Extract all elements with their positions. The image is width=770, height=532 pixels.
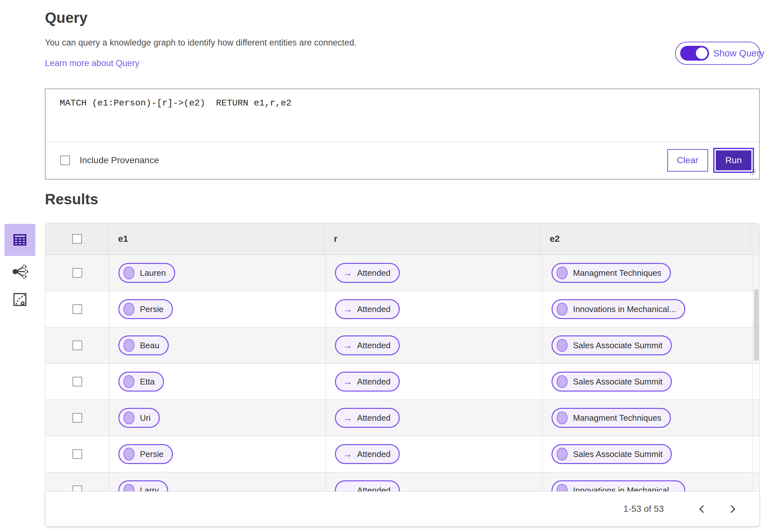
relation-label: Attended bbox=[357, 304, 391, 314]
relation-pill[interactable]: → Attended bbox=[335, 408, 400, 428]
arrow-right-icon: → bbox=[343, 305, 352, 314]
entity-node-icon bbox=[123, 484, 134, 491]
show-query-toggle[interactable]: Show Query bbox=[675, 42, 760, 65]
entity-label: Managment Techniques bbox=[573, 413, 662, 423]
column-header-r[interactable]: r bbox=[325, 223, 541, 255]
arrow-right-icon: → bbox=[343, 268, 352, 278]
chevron-left-icon bbox=[699, 505, 707, 513]
results-table: e1 r e2 Lauren → Attended Managment Tech… bbox=[45, 223, 760, 527]
entity-pill-e2[interactable]: Sales Associate Summit bbox=[552, 444, 672, 464]
row-checkbox[interactable] bbox=[72, 341, 82, 350]
entity-label: Persie bbox=[140, 449, 164, 459]
entity-label: Sales Associate Summit bbox=[573, 449, 663, 459]
arrow-right-icon: → bbox=[343, 450, 352, 459]
relation-pill[interactable]: → Attended bbox=[335, 444, 400, 464]
row-checkbox[interactable] bbox=[72, 268, 82, 278]
entity-pill-e2[interactable]: Sales Associate Summit bbox=[552, 372, 672, 392]
row-checkbox[interactable] bbox=[72, 449, 82, 459]
query-input[interactable]: MATCH (e1:Person)-[r]->(e2) RETURN e1,r,… bbox=[46, 89, 759, 142]
relation-label: Attended bbox=[357, 413, 391, 423]
entity-label: Uri bbox=[140, 413, 150, 423]
chart-view-icon bbox=[12, 291, 28, 308]
table-row: Beau → Attended Sales Associate Summit bbox=[45, 327, 759, 364]
relation-pill[interactable]: → Attended bbox=[335, 263, 400, 283]
entity-pill-e1[interactable]: Beau bbox=[118, 335, 169, 355]
entity-label: Persie bbox=[140, 304, 164, 314]
entity-node-icon bbox=[557, 484, 568, 491]
show-query-toggle-label: Show Query bbox=[713, 48, 765, 59]
entity-label: Sales Associate Summit bbox=[573, 377, 663, 387]
table-row: Etta → Attended Sales Associate Summit bbox=[45, 364, 759, 400]
view-rail-chart-view[interactable] bbox=[12, 291, 28, 308]
entity-pill-e1[interactable]: Larry bbox=[118, 480, 168, 491]
row-checkbox[interactable] bbox=[72, 304, 82, 314]
entity-label: Managment Techniques bbox=[573, 268, 662, 278]
row-checkbox[interactable] bbox=[72, 377, 82, 386]
entity-pill-e1[interactable]: Persie bbox=[118, 444, 173, 464]
entity-pill-e2[interactable]: Managment Techniques bbox=[552, 263, 671, 283]
table-row: Persie → Attended Sales Associate Summit bbox=[45, 436, 759, 472]
query-description: You can query a knowledge graph to ident… bbox=[45, 38, 356, 48]
relation-label: Attended bbox=[357, 341, 391, 350]
query-panel-footer: Include Provenance Clear Run bbox=[46, 142, 759, 178]
table-header-row: e1 r e2 bbox=[45, 223, 760, 255]
entity-node-icon bbox=[123, 411, 134, 424]
entity-node-icon bbox=[123, 266, 134, 279]
entity-pill-e2[interactable]: Innovations in Mechanical... bbox=[552, 299, 685, 319]
resize-grip-icon[interactable] bbox=[746, 167, 757, 177]
row-scroll-gutter bbox=[753, 472, 759, 491]
relation-label: Attended bbox=[357, 268, 391, 278]
entity-node-icon bbox=[557, 303, 568, 316]
row-scroll-gutter bbox=[753, 436, 759, 472]
table-view-icon bbox=[11, 231, 29, 249]
entity-node-icon bbox=[557, 411, 568, 424]
entity-label: Beau bbox=[140, 341, 159, 350]
toggle-on-icon bbox=[680, 46, 709, 61]
entity-label: Larry bbox=[140, 486, 159, 492]
entity-label: Sales Associate Summit bbox=[573, 341, 663, 350]
header-scroll-gutter bbox=[750, 223, 759, 255]
relation-pill[interactable]: → Attended bbox=[335, 372, 400, 392]
entity-label: Innovations in Mechanical... bbox=[573, 486, 676, 492]
arrow-right-icon: → bbox=[343, 341, 352, 350]
view-rail-network-view[interactable] bbox=[11, 262, 30, 281]
entity-pill-e1[interactable]: Lauren bbox=[118, 263, 175, 283]
relation-pill[interactable]: → Attended bbox=[335, 335, 400, 355]
row-checkbox[interactable] bbox=[72, 413, 82, 423]
relation-pill[interactable]: → Attended bbox=[335, 480, 400, 491]
vertical-scrollbar[interactable] bbox=[754, 289, 759, 361]
entity-label: Lauren bbox=[140, 268, 166, 278]
learn-more-link[interactable]: Learn more about Query bbox=[45, 58, 139, 68]
include-provenance-checkbox[interactable] bbox=[60, 156, 70, 165]
entity-pill-e2[interactable]: Managment Techniques bbox=[552, 408, 671, 428]
entity-node-icon bbox=[557, 266, 568, 279]
row-scroll-gutter bbox=[753, 255, 759, 291]
network-view-icon bbox=[11, 262, 30, 281]
relation-pill[interactable]: → Attended bbox=[335, 299, 400, 319]
table-row: Lauren → Attended Managment Techniques bbox=[45, 255, 759, 291]
entity-node-icon bbox=[123, 448, 134, 460]
entity-pill-e1[interactable]: Uri bbox=[118, 408, 160, 428]
next-page-button[interactable] bbox=[725, 502, 740, 516]
table-body: Lauren → Attended Managment Techniques P… bbox=[45, 255, 760, 491]
clear-button[interactable]: Clear bbox=[667, 149, 708, 172]
entity-pill-e1[interactable]: Etta bbox=[118, 372, 164, 392]
table-row: Persie → Attended Innovations in Mechani… bbox=[45, 291, 759, 327]
view-rail-table-view[interactable] bbox=[4, 224, 35, 256]
previous-page-button[interactable] bbox=[695, 502, 709, 516]
table-row: Larry → Attended Innovations in Mechanic… bbox=[45, 472, 759, 491]
entity-node-icon bbox=[557, 339, 568, 352]
arrow-right-icon: → bbox=[343, 486, 352, 492]
entity-node-icon bbox=[123, 339, 134, 352]
select-all-checkbox[interactable] bbox=[72, 234, 82, 244]
entity-pill-e1[interactable]: Persie bbox=[118, 299, 173, 319]
column-header-e1[interactable]: e1 bbox=[109, 223, 325, 255]
arrow-right-icon: → bbox=[343, 377, 352, 386]
entity-pill-e2[interactable]: Innovations in Mechanical... bbox=[552, 480, 685, 491]
results-title: Results bbox=[45, 190, 98, 208]
column-header-e2[interactable]: e2 bbox=[541, 223, 750, 255]
row-scroll-gutter bbox=[753, 400, 759, 436]
row-checkbox[interactable] bbox=[72, 486, 82, 491]
entity-pill-e2[interactable]: Sales Associate Summit bbox=[552, 335, 672, 355]
include-provenance-label: Include Provenance bbox=[80, 155, 159, 165]
